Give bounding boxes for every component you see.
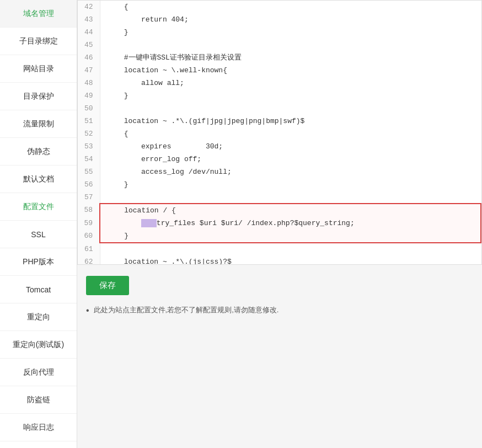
code-line xyxy=(100,39,481,51)
table-row: 51 location ~ .*\.(gif|jpg|jpeg|png|bmp|… xyxy=(78,115,481,127)
code-line: } xyxy=(100,26,481,39)
sidebar-item-website-dir[interactable]: 网站目录 xyxy=(0,55,77,83)
table-row: 46 #一键申请SSL证书验证目录相关设置 xyxy=(78,51,481,64)
line-number: 60 xyxy=(78,230,100,243)
table-row: 61 xyxy=(78,243,481,255)
code-line xyxy=(100,191,481,204)
table-row: 54 error_log off; xyxy=(78,153,481,166)
line-number: 62 xyxy=(78,255,100,265)
line-number: 57 xyxy=(78,191,100,204)
sidebar-item-dir-protect[interactable]: 目录保护 xyxy=(0,83,77,110)
code-line: location ~ .*\.(gif|jpg|jpeg|png|bmp|swf… xyxy=(100,115,481,127)
sidebar-item-php-version[interactable]: PHP版本 xyxy=(0,248,77,276)
sidebar-item-redirect-test[interactable]: 重定向(测试版) xyxy=(0,331,77,359)
table-row: 60 } xyxy=(78,230,481,243)
sidebar-item-hotlink[interactable]: 防盗链 xyxy=(0,386,77,414)
sidebar-item-ssl[interactable]: SSL xyxy=(0,221,77,248)
table-row: 50 xyxy=(78,102,481,115)
sidebar-item-pseudo-static[interactable]: 伪静态 xyxy=(0,138,77,166)
table-row: 49 } xyxy=(78,89,481,102)
table-row: 56 } xyxy=(78,178,481,191)
sidebar-item-subdir-bind[interactable]: 子目录绑定 xyxy=(0,28,77,55)
line-number: 54 xyxy=(78,153,100,166)
code-line: error_log off; xyxy=(100,153,481,166)
table-row: 62 location ~ .*\.(js|css)?$ xyxy=(78,255,481,265)
line-number: 42 xyxy=(78,1,100,13)
sidebar: 域名管理 子目录绑定 网站目录 目录保护 流量限制 伪静态 默认文档 配置文件 … xyxy=(0,0,77,448)
code-line xyxy=(100,243,481,255)
code-line: } xyxy=(100,230,481,243)
code-line: location ~ \.well-known{ xyxy=(100,64,481,77)
table-row: 43 return 404; xyxy=(78,13,481,26)
sidebar-item-reverse-proxy[interactable]: 反向代理 xyxy=(0,359,77,386)
table-row: 55 access_log /dev/null; xyxy=(78,166,481,178)
code-line xyxy=(100,102,481,115)
line-number: 56 xyxy=(78,178,100,191)
line-number: 50 xyxy=(78,102,100,115)
code-line: location / { xyxy=(100,204,481,217)
table-row: 57 xyxy=(78,191,481,204)
table-row: 44 } xyxy=(78,26,481,39)
code-line: try_files $uri $uri/ /index.php?$query_s… xyxy=(100,217,481,230)
line-number: 52 xyxy=(78,127,100,140)
sidebar-item-traffic-limit[interactable]: 流量限制 xyxy=(0,110,77,138)
code-line: location ~ .*\.(js|css)?$ xyxy=(100,255,481,265)
code-line: allow all; xyxy=(100,77,481,89)
sidebar-item-redirect[interactable]: 重定向 xyxy=(0,303,77,331)
code-line: { xyxy=(100,1,481,13)
table-row: 45 xyxy=(78,39,481,51)
code-editor[interactable]: 42 { 43 return 404; 44 } 45 xyxy=(77,0,482,265)
code-line: { xyxy=(100,127,481,140)
bottom-area: 保存 • 此处为站点主配置文件,若您不了解配置规则,请勿随意修改. xyxy=(77,265,482,327)
sidebar-item-config-file[interactable]: 配置文件 xyxy=(0,193,77,221)
line-number: 43 xyxy=(78,13,100,26)
line-number: 55 xyxy=(78,166,100,178)
sidebar-item-default-doc[interactable]: 默认文档 xyxy=(0,166,77,193)
save-button[interactable]: 保存 xyxy=(86,276,129,295)
line-number: 47 xyxy=(78,64,100,77)
purple-highlight xyxy=(141,219,156,227)
note-text: 此处为站点主配置文件,若您不了解配置规则,请勿随意修改. xyxy=(94,305,279,315)
code-line: } xyxy=(100,89,481,102)
code-line: expires 30d; xyxy=(100,140,481,153)
note-area: • 此处为站点主配置文件,若您不了解配置规则,请勿随意修改. xyxy=(86,305,473,316)
code-line: return 404; xyxy=(100,13,481,26)
main-content: 42 { 43 return 404; 44 } 45 xyxy=(77,0,482,448)
note-bullet-icon: • xyxy=(86,306,89,316)
line-number: 48 xyxy=(78,77,100,89)
line-number: 44 xyxy=(78,26,100,39)
table-row: 53 expires 30d; xyxy=(78,140,481,153)
sidebar-item-domain-mgmt[interactable]: 域名管理 xyxy=(0,0,77,28)
table-row: 52 { xyxy=(78,127,481,140)
code-table: 42 { 43 return 404; 44 } 45 xyxy=(78,1,481,265)
table-row: 58 location / { xyxy=(78,204,481,217)
line-number: 61 xyxy=(78,243,100,255)
code-line: #一键申请SSL证书验证目录相关设置 xyxy=(100,51,481,64)
table-row: 59 try_files $uri $uri/ /index.php?$quer… xyxy=(78,217,481,230)
table-row: 42 { xyxy=(78,1,481,13)
line-number: 45 xyxy=(78,39,100,51)
code-line: } xyxy=(100,178,481,191)
sidebar-item-tomcat[interactable]: Tomcat xyxy=(0,276,77,303)
table-row: 47 location ~ \.well-known{ xyxy=(78,64,481,77)
line-number: 51 xyxy=(78,115,100,127)
line-number: 59 xyxy=(78,217,100,230)
line-number: 58 xyxy=(78,204,100,217)
line-number: 46 xyxy=(78,51,100,64)
code-line: access_log /dev/null; xyxy=(100,166,481,178)
line-number: 53 xyxy=(78,140,100,153)
table-row: 48 allow all; xyxy=(78,77,481,89)
line-number: 49 xyxy=(78,89,100,102)
sidebar-item-response-log[interactable]: 响应日志 xyxy=(0,414,77,441)
